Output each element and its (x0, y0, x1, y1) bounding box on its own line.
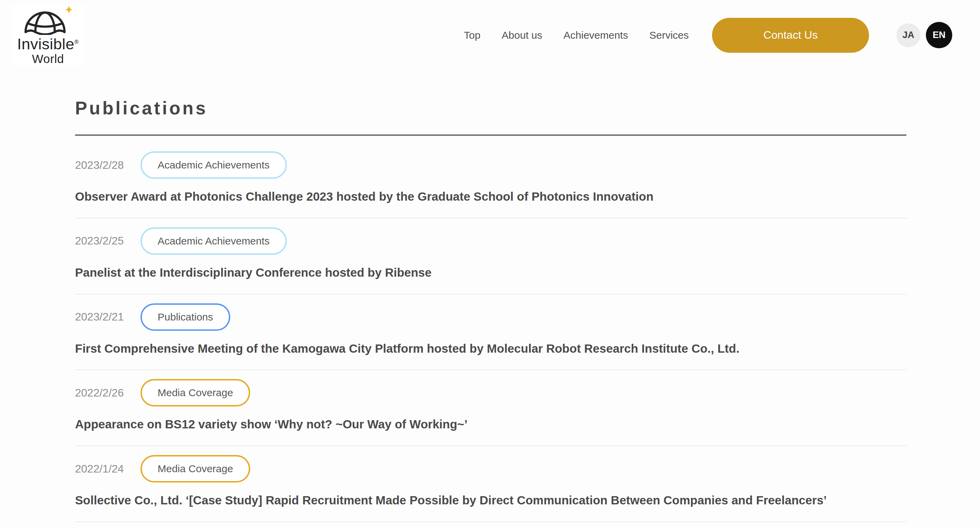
news-date: 2023/2/28 (75, 159, 140, 171)
news-title-link[interactable]: First Comprehensive Meeting of the Kamog… (75, 341, 906, 356)
news-date: 2023/2/25 (75, 235, 140, 247)
nav-item-top[interactable]: Top (464, 29, 480, 41)
logo-wordmark-line2: World (32, 52, 64, 66)
registered-mark: ® (74, 39, 79, 45)
globe-dome-icon (22, 5, 74, 35)
main-nav: Top About us Achievements Services (464, 29, 689, 41)
lang-en-button[interactable]: EN (926, 22, 952, 48)
news-title-link[interactable]: Sollective Co., Ltd. ‘[Case Study] Rapid… (75, 493, 906, 508)
nav-item-achievements[interactable]: Achievements (564, 29, 628, 41)
contact-us-button[interactable]: Contact Us (712, 18, 869, 53)
news-item: 2023/2/28 Academic Achievements Observer… (75, 136, 906, 219)
news-title-link[interactable]: Observer Award at Photonics Challenge 20… (75, 189, 906, 204)
lang-ja-button[interactable]: JA (896, 23, 920, 47)
category-badge-media[interactable]: Media Coverage (140, 455, 250, 482)
news-date: 2022/1/24 (75, 463, 140, 475)
news-item: 2022/1/24 Media Coverage Sollective Co.,… (75, 446, 906, 522)
site-header: Invisible® World Top About us Achievemen… (0, 0, 980, 70)
language-switcher: JA EN (896, 22, 952, 48)
category-badge-media[interactable]: Media Coverage (140, 379, 250, 406)
nav-item-services[interactable]: Services (649, 29, 689, 41)
sparkle-icon (65, 6, 72, 14)
news-item: 2023/2/25 Academic Achievements Panelist… (75, 219, 906, 295)
news-item: 2023/2/21 Publications First Comprehensi… (75, 295, 906, 371)
publications-section: Publications 2023/2/28 Academic Achievem… (75, 70, 906, 522)
page-title: Publications (75, 98, 906, 119)
logo-wordmark-line1: Invisible® (17, 36, 79, 52)
header-right-group: Top About us Achievements Services Conta… (464, 0, 952, 70)
news-date: 2022/2/26 (75, 387, 140, 399)
news-title-link[interactable]: Panelist at the Interdisciplinary Confer… (75, 265, 906, 280)
news-title-link[interactable]: Appearance on BS12 variety show ‘Why not… (75, 417, 906, 432)
category-badge-academic[interactable]: Academic Achievements (140, 151, 287, 179)
news-item: 2022/2/26 Media Coverage Appearance on B… (75, 370, 906, 446)
nav-item-about-us[interactable]: About us (502, 29, 542, 41)
site-logo[interactable]: Invisible® World (11, 5, 84, 66)
category-badge-publications[interactable]: Publications (140, 303, 230, 331)
category-badge-academic[interactable]: Academic Achievements (140, 227, 287, 255)
news-date: 2023/2/21 (75, 311, 140, 323)
